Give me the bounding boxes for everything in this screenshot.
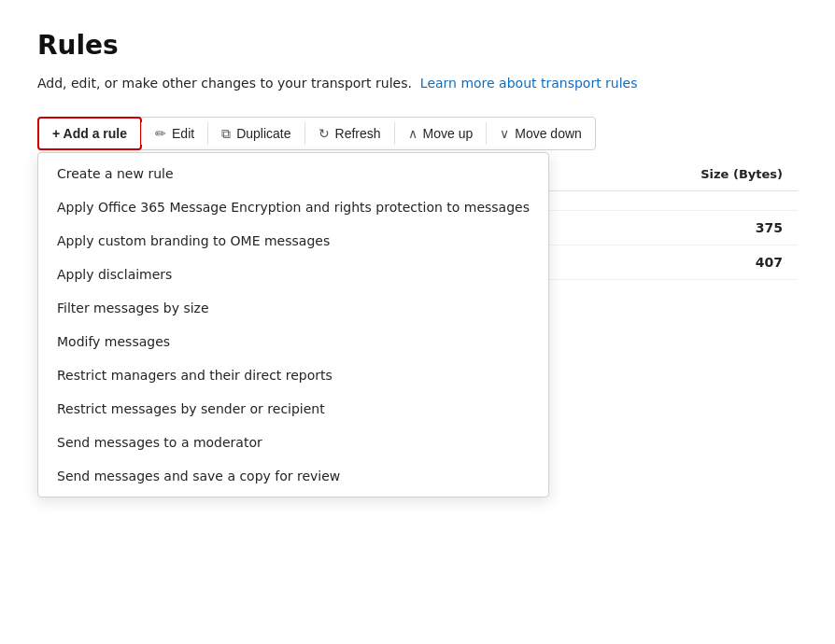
toolbar: + Add a rule ✏ Edit ⧉ Duplicate ↻ Refres… <box>37 117 596 150</box>
add-rule-dropdown-menu: Create a new rule Apply Office 365 Messa… <box>37 152 549 497</box>
page-title: Rules <box>37 30 798 61</box>
dropdown-item-send-moderator[interactable]: Send messages to a moderator <box>38 426 548 459</box>
move-down-icon: ∨ <box>500 126 509 141</box>
dropdown-item-restrict-managers[interactable]: Restrict managers and their direct repor… <box>38 358 548 392</box>
move-up-button[interactable]: ∧ Move up <box>395 119 487 148</box>
dropdown-item-restrict-sender[interactable]: Restrict messages by sender or recipient <box>38 392 548 426</box>
size-cell <box>561 191 798 211</box>
move-down-button[interactable]: ∨ Move down <box>487 119 595 148</box>
dropdown-item-disclaimers[interactable]: Apply disclaimers <box>38 258 548 291</box>
dropdown-item-o365-encryption[interactable]: Apply Office 365 Message Encryption and … <box>38 190 548 224</box>
size-cell: 407 <box>561 245 798 280</box>
duplicate-button[interactable]: ⧉ Duplicate <box>208 119 304 149</box>
refresh-button[interactable]: ↻ Refresh <box>305 119 394 148</box>
col-header-size: Size (Bytes) <box>561 158 798 191</box>
add-rule-button[interactable]: + Add a rule <box>37 117 142 150</box>
edit-icon: ✏ <box>155 126 166 141</box>
dropdown-item-filter-size[interactable]: Filter messages by size <box>38 291 548 325</box>
page-description: Add, edit, or make other changes to your… <box>37 76 798 91</box>
dropdown-item-send-copy[interactable]: Send messages and save a copy for review <box>38 459 548 493</box>
duplicate-icon: ⧉ <box>221 126 231 142</box>
move-up-icon: ∧ <box>408 126 418 141</box>
edit-button[interactable]: ✏ Edit <box>142 119 207 148</box>
add-rule-dropdown-container: + Add a rule ✏ Edit ⧉ Duplicate ↻ Refres… <box>37 117 798 150</box>
dropdown-item-modify[interactable]: Modify messages <box>38 325 548 358</box>
size-cell: 375 <box>561 211 798 245</box>
learn-more-link[interactable]: Learn more about transport rules <box>420 76 638 91</box>
dropdown-item-custom-branding[interactable]: Apply custom branding to OME messages <box>38 224 548 258</box>
refresh-icon: ↻ <box>318 126 330 141</box>
dropdown-item-create[interactable]: Create a new rule <box>38 157 548 190</box>
